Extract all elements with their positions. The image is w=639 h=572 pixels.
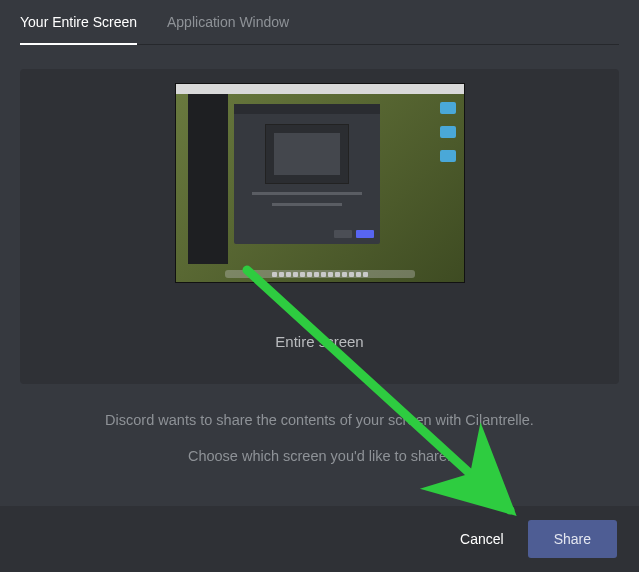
screen-option-card[interactable]: Entire screen [20,69,619,384]
tab-entire-screen[interactable]: Your Entire Screen [20,14,137,44]
info-line-2: Choose which screen you'd like to share. [20,448,619,464]
tab-application-window[interactable]: Application Window [167,14,289,44]
screen-option-label: Entire screen [275,333,363,350]
share-button[interactable]: Share [528,520,617,558]
source-tabs: Your Entire Screen Application Window [0,0,639,44]
dialog-footer: Cancel Share [0,506,639,572]
cancel-button[interactable]: Cancel [446,521,518,557]
preview-area: Entire screen [0,45,639,394]
screen-thumbnail [175,83,465,283]
info-line-1: Discord wants to share the contents of y… [20,412,619,428]
info-text: Discord wants to share the contents of y… [0,412,639,464]
